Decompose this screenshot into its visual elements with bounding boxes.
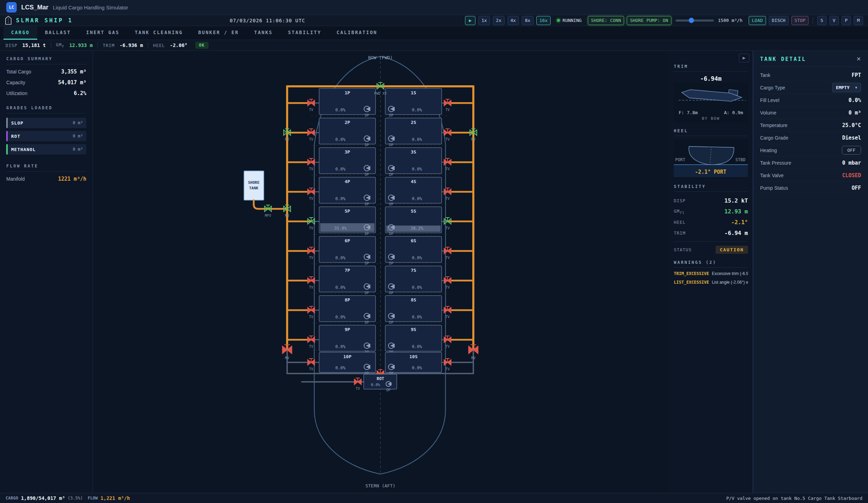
tank-id-label: 5S (411, 209, 416, 214)
speed-button-2x[interactable]: 2x (493, 16, 505, 25)
play-button[interactable]: ▶ (465, 16, 475, 25)
tab-tanks[interactable]: TANKS (246, 26, 280, 40)
valve-label: TV (445, 256, 450, 260)
valve-icon[interactable] (311, 189, 315, 195)
close-icon[interactable]: ✕ (857, 56, 861, 62)
stability-row-trim: TRIM-6.94 m (674, 228, 748, 238)
valve-icon[interactable] (311, 100, 315, 106)
shore-connection-button[interactable]: SHORE: CONN (588, 16, 624, 25)
valve-icon[interactable] (448, 219, 451, 224)
view-button-s[interactable]: S (817, 16, 827, 25)
valve-icon[interactable] (311, 307, 315, 313)
valve-label: TV (309, 367, 313, 371)
valve-icon[interactable] (448, 189, 451, 195)
stop-button[interactable]: STOP (791, 16, 808, 25)
grade-value: 0 m³ (73, 147, 83, 152)
valve-icon[interactable] (311, 360, 315, 365)
shore-pump-button[interactable]: SHORE PUMP: ON (627, 16, 671, 25)
tank-fill-pct: 0.0% (336, 196, 346, 201)
shore-tank-label: SHORE (248, 180, 259, 185)
speed-button-1x[interactable]: 1x (478, 16, 490, 25)
pump-label: DP (365, 202, 369, 206)
tank-id-label: 6P (345, 238, 350, 243)
disch-button[interactable]: DISCH (769, 16, 789, 25)
trim-title: TRIM (674, 64, 748, 72)
valve-icon[interactable] (311, 278, 315, 283)
valve-icon[interactable] (448, 159, 451, 165)
detail-row-tank-valve: Tank ValveCLOSED (760, 169, 861, 182)
detail-row-cargo-grade: Cargo GradeDiesel (760, 132, 861, 144)
valve-icon[interactable] (311, 159, 315, 165)
valve-icon[interactable] (448, 130, 451, 135)
valve-label: TV (445, 137, 450, 141)
detail-label: Tank Valve (760, 173, 783, 178)
bottom-statusbar: CARGO 1,890/54,017 m³ (3.5%) FLOW 1,221 … (0, 493, 868, 503)
tank-id-label: 7S (411, 268, 416, 273)
tab-cargo[interactable]: CARGO (3, 26, 37, 40)
warning-list-excessive: LIST_EXCESSIVEList angle (-2.06°) exceed… (674, 280, 748, 285)
valve-icon[interactable] (311, 219, 315, 224)
pump-label: DP (365, 143, 369, 147)
valve-icon[interactable] (448, 307, 451, 313)
tank-fill-pct: 0.0% (336, 366, 346, 370)
heating-toggle-button[interactable]: OFF (842, 146, 861, 155)
view-button-m[interactable]: M (854, 16, 863, 25)
shore-tank[interactable] (244, 171, 264, 200)
detail-row-temperature: Temperature25.0°C (760, 119, 861, 132)
speed-button-8x[interactable]: 8x (522, 16, 534, 25)
load-button[interactable]: LOAD (749, 16, 766, 25)
valve-icon[interactable] (448, 248, 451, 254)
view-button-v[interactable]: V (829, 16, 839, 25)
valve-icon[interactable] (448, 100, 451, 106)
valve-icon[interactable] (311, 130, 315, 135)
shore-manifold-valve[interactable] (268, 206, 271, 212)
speed-button-4x[interactable]: 4x (507, 16, 519, 25)
manifold-value: 1221 m³/h (58, 176, 86, 182)
detail-label: Temperature (760, 123, 788, 128)
tank-fill-pct: 0.0% (412, 315, 423, 320)
valve-icon[interactable] (311, 248, 315, 254)
utilization-label: Utilization (6, 91, 27, 96)
stern-label: STERN (AFT) (365, 483, 395, 488)
tank-id-label: 2P (345, 120, 350, 125)
fwd-crossover-valve[interactable] (380, 84, 384, 89)
valve-icon[interactable] (448, 337, 451, 343)
tab-calibration[interactable]: CALIBRATION (329, 26, 385, 40)
total-cargo-label: Total Cargo (6, 69, 31, 74)
speed-button-16x[interactable]: 16x (536, 16, 551, 25)
tank-id-label: 5P (345, 209, 350, 214)
tank-id-label: 10P (343, 354, 352, 359)
valve-label: TV (356, 387, 360, 391)
valve-icon[interactable] (311, 337, 315, 343)
flow-rate-slider[interactable] (676, 19, 714, 22)
trim-ship-drawing (677, 86, 748, 109)
tank-id-label: 1S (411, 90, 416, 95)
running-label: RUNNING (562, 18, 582, 23)
tank-fill-pct: 0.0% (412, 256, 423, 260)
tab-stability[interactable]: STABILITY (280, 26, 329, 40)
grade-row-slop[interactable]: SLOP0 m³ (6, 118, 86, 128)
valve-label: TV (309, 167, 313, 171)
cargo-type-select[interactable]: EMPTY▼ (832, 83, 861, 92)
tank-fill-pct: 0.0% (412, 285, 423, 290)
divider (813, 17, 813, 24)
detail-row-pump-status: Pump StatusOFF (760, 182, 861, 194)
tab-tank-cleaning[interactable]: TANK CLEANING (127, 26, 190, 40)
tab-bunker-er[interactable]: BUNKER / ER (190, 26, 246, 40)
valve-icon[interactable] (358, 379, 361, 385)
port-label: PORT (675, 157, 685, 162)
stability-row-gm: GMfl12.93 m (674, 206, 748, 217)
slider-knob[interactable] (689, 18, 694, 23)
tab-ballast[interactable]: BALLAST (37, 26, 78, 40)
valve-label: TV (445, 167, 450, 171)
running-indicator-icon (557, 19, 560, 22)
tank-fill-pct: 0.0% (412, 366, 423, 370)
grade-row-rot[interactable]: ROT0 m³ (6, 131, 86, 141)
valve-icon[interactable] (448, 360, 451, 365)
view-button-p[interactable]: P (842, 16, 851, 25)
ship-schematic-canvas[interactable]: BOW (FWD)STERN (AFT)1P0.0%DPTV2P0.0%DPTV… (93, 51, 669, 493)
valve-icon[interactable] (448, 278, 451, 283)
grade-row-methanol[interactable]: METHANOL0 m³ (6, 144, 86, 155)
collapse-panel-button[interactable]: ▶ (739, 54, 749, 62)
tab-inert-gas[interactable]: INERT GAS (79, 26, 127, 40)
